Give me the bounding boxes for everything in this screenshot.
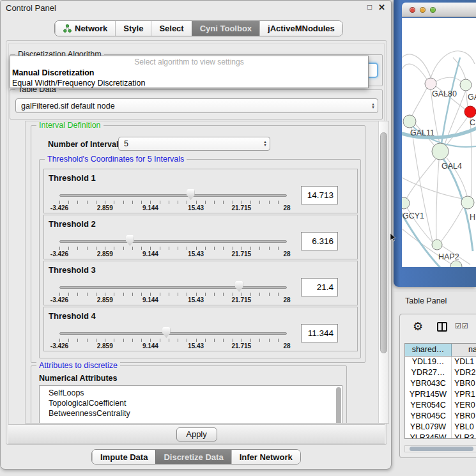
threshold-value-field[interactable]: 6.316	[301, 232, 338, 250]
slider-thumb[interactable]	[235, 281, 243, 292]
table-row[interactable]: YDL19… YDL1	[405, 357, 476, 367]
tab-label: Impute Data	[100, 452, 148, 462]
table-row[interactable]: YBL079W YBL0	[405, 422, 476, 433]
horizontal-scrollbar[interactable]	[404, 445, 476, 452]
tick-label: 28	[283, 204, 290, 211]
attributes-group: Attributes to discretize Numerical Attri…	[31, 365, 347, 424]
checkboxes-icon[interactable]: ☑☑	[455, 322, 469, 330]
network-canvas[interactable]: GAL80GACGAL11GAL4GCY1HHAP2	[402, 18, 476, 267]
threshold-slider: -3.4262.8599.14415.4321.71528	[59, 215, 287, 259]
dropdown-option[interactable]: Equal Width/Frequency Discretization	[10, 78, 368, 88]
float-window-icon[interactable]: □	[367, 3, 372, 12]
group-title: Attributes to discretize	[36, 361, 120, 370]
slider-track[interactable]	[59, 240, 287, 243]
network-node[interactable]	[460, 79, 472, 91]
tab-label: Style	[123, 24, 143, 33]
network-node[interactable]	[403, 115, 416, 128]
columns-icon[interactable]	[437, 322, 447, 332]
network-edge[interactable]	[412, 88, 427, 116]
slider-track[interactable]	[59, 332, 287, 335]
tab[interactable]: Network	[55, 21, 115, 36]
list-item[interactable]: BetweennessCentrality	[40, 408, 342, 418]
network-node[interactable]	[432, 143, 449, 160]
network-node-label: GCY1	[403, 211, 424, 220]
tab[interactable]: Cyni Toolbox	[192, 21, 259, 36]
cell-shared-name: YBR045C	[405, 411, 452, 422]
tab-label: Infer Network	[240, 452, 293, 462]
tick-label: 9.144	[142, 250, 158, 257]
column-header-shared-name[interactable]: shared…	[405, 344, 452, 356]
network-edge[interactable]	[406, 159, 436, 199]
vertical-scrollbar[interactable]	[378, 121, 388, 423]
control-panel-titlebar[interactable]: Control Panel □ ✕	[1, 1, 391, 15]
list-item[interactable]: TopologicalCoefficient	[40, 398, 342, 408]
table-row[interactable]: YDR27… YDR2	[405, 367, 476, 378]
zoom-button[interactable]	[430, 7, 436, 13]
table-body: YDL19… YDL1 YDR27… YDR2 YBR043C YBR0 YPR…	[405, 357, 476, 439]
tab-label: jActiveMNodules	[268, 24, 335, 33]
numerical-attributes-label: Numerical Attributes	[39, 374, 117, 383]
column-header-name[interactable]: na	[452, 344, 476, 356]
threshold-value-field[interactable]: 21.4	[301, 278, 338, 296]
tick-label: 21.715	[232, 342, 252, 349]
table-row[interactable]: YLR345W YLR3	[405, 433, 476, 439]
network-node[interactable]	[464, 106, 476, 118]
threshold-card: Threshold 1 -3.4262.8599.14415.4321.7152…	[43, 169, 358, 213]
network-edge[interactable]	[436, 77, 461, 82]
network-node[interactable]	[425, 78, 436, 89]
scrollbar-thumb[interactable]	[380, 132, 387, 353]
cell-name: YDR2	[452, 367, 476, 378]
network-node[interactable]	[432, 240, 442, 250]
slider-track[interactable]	[59, 194, 287, 197]
network-node-label: HAP2	[438, 252, 459, 261]
network-edge[interactable]	[411, 128, 433, 242]
table-panel-titlebar[interactable]: Table Panel	[392, 291, 476, 310]
table-row[interactable]: YBR043C YBR0	[405, 378, 476, 389]
network-edge[interactable]	[441, 207, 463, 241]
minimize-button[interactable]	[420, 7, 426, 13]
number-of-intervals-combobox[interactable]: 5 ▲▼	[118, 137, 270, 151]
network-node[interactable]	[450, 261, 462, 267]
scrollbar-thumb[interactable]	[410, 447, 473, 451]
gear-icon[interactable]: ⚙	[413, 319, 423, 334]
network-node-label: GAL4	[441, 162, 462, 171]
table-row[interactable]: YPR145W YPR1	[405, 389, 476, 400]
table-row[interactable]: YBR045C YBR0	[405, 411, 476, 422]
network-edge[interactable]	[402, 64, 427, 79]
tick-label: 21.715	[232, 296, 252, 303]
dropdown-option[interactable]: Manual Discretization	[10, 68, 368, 78]
table-row[interactable]: YER054C YER0	[405, 400, 476, 411]
tick-label: 9.144	[142, 296, 158, 303]
threshold-value-field[interactable]: 11.344	[301, 324, 338, 342]
slider-thumb[interactable]	[162, 327, 171, 338]
settings-scrollpane: Interval Definition Number of Intervals …	[25, 121, 389, 424]
list-scrollbar[interactable]	[336, 387, 341, 424]
cell-shared-name: YBR043C	[405, 378, 452, 389]
tab[interactable]: Impute Data	[92, 450, 155, 464]
network-node-label: GAL80	[432, 89, 457, 98]
network-edge[interactable]	[436, 160, 439, 240]
tick-label: 9.144	[142, 204, 158, 211]
slider-thumb[interactable]	[126, 235, 134, 246]
network-edge[interactable]	[441, 58, 460, 143]
network-edge[interactable]	[402, 54, 431, 77]
slider-tick-labels: -3.4262.8599.14415.4321.71528	[59, 342, 287, 351]
threshold-value-field[interactable]: 14.713	[301, 186, 338, 204]
apply-button[interactable]: Apply	[176, 427, 217, 441]
tab[interactable]: jActiveMNodules	[259, 21, 342, 36]
close-button[interactable]	[410, 7, 415, 13]
tab[interactable]: Select	[151, 21, 191, 36]
network-node[interactable]	[461, 196, 474, 209]
apply-bar: Apply	[8, 424, 385, 444]
network-window-titlebar[interactable]	[402, 3, 476, 17]
list-item[interactable]: SelfLoops	[40, 388, 342, 398]
table-data-combobox[interactable]: galFiltered.sif default node ▲▼	[15, 98, 378, 113]
tab[interactable]: Infer Network	[231, 450, 300, 464]
slider-track[interactable]	[59, 286, 287, 289]
network-node[interactable]	[402, 197, 410, 209]
close-window-icon[interactable]: ✕	[378, 3, 385, 12]
tab[interactable]: Discretize Data	[155, 450, 231, 464]
tab[interactable]: Style	[115, 21, 151, 36]
network-edge[interactable]	[431, 51, 475, 78]
slider-thumb[interactable]	[187, 189, 195, 200]
